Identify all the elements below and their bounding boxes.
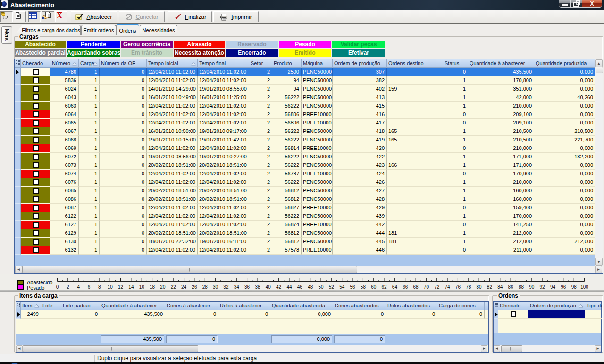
svg-text:24: 24 [181, 284, 187, 290]
svg-text:58: 58 [361, 284, 366, 290]
svg-text:78: 78 [466, 284, 471, 290]
svg-text:50: 50 [318, 284, 324, 290]
svg-text:34: 34 [234, 284, 240, 290]
svg-text:36: 36 [244, 284, 250, 290]
svg-text:4: 4 [77, 284, 80, 290]
svg-text:82: 82 [487, 284, 493, 290]
svg-text:68: 68 [413, 284, 419, 290]
svg-text:20: 20 [160, 284, 166, 290]
svg-text:32: 32 [223, 284, 229, 290]
svg-text:60: 60 [371, 284, 377, 290]
svg-text:74: 74 [445, 284, 451, 290]
svg-text:26: 26 [192, 284, 197, 290]
svg-text:84: 84 [497, 284, 503, 290]
svg-text:76: 76 [455, 284, 461, 290]
svg-text:2: 2 [67, 284, 69, 290]
svg-text:72: 72 [434, 284, 440, 290]
svg-text:54: 54 [339, 284, 345, 290]
svg-text:48: 48 [308, 284, 313, 290]
svg-text:22: 22 [171, 284, 176, 290]
svg-text:38: 38 [255, 284, 260, 290]
svg-text:10: 10 [108, 284, 113, 290]
svg-text:16: 16 [139, 284, 145, 290]
svg-text:62: 62 [381, 284, 387, 290]
svg-text:12: 12 [118, 284, 124, 290]
svg-text:64: 64 [392, 284, 398, 290]
svg-text:18: 18 [150, 284, 155, 290]
svg-text:40: 40 [266, 284, 271, 290]
svg-text:0: 0 [56, 284, 59, 290]
svg-text:88: 88 [519, 284, 524, 290]
svg-text:80: 80 [477, 284, 482, 290]
svg-text:70: 70 [424, 284, 429, 290]
svg-text:42: 42 [276, 284, 282, 290]
svg-text:56: 56 [350, 284, 355, 290]
svg-text:66: 66 [403, 284, 408, 290]
svg-text:100: 100 [580, 284, 588, 290]
svg-text:44: 44 [286, 284, 292, 290]
svg-text:6: 6 [88, 284, 91, 290]
svg-text:28: 28 [202, 284, 208, 290]
svg-text:52: 52 [329, 284, 335, 290]
svg-text:98: 98 [571, 284, 577, 290]
svg-text:92: 92 [540, 284, 545, 290]
svg-text:90: 90 [529, 284, 535, 290]
svg-text:30: 30 [213, 284, 218, 290]
svg-text:8: 8 [98, 284, 101, 290]
svg-text:96: 96 [561, 284, 566, 290]
svg-text:94: 94 [550, 284, 556, 290]
svg-text:86: 86 [508, 284, 514, 290]
svg-text:46: 46 [297, 284, 303, 290]
svg-text:14: 14 [128, 284, 134, 290]
